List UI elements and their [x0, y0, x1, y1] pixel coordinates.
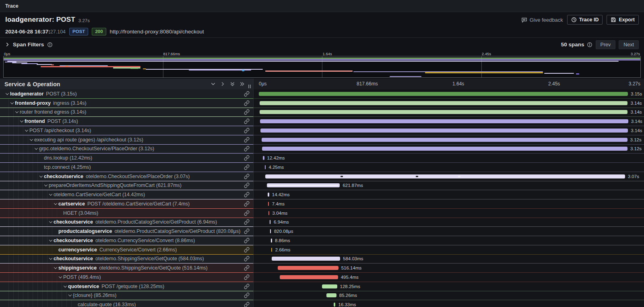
span-name-cell[interactable]: quoteservice POST /getquote (128.25ms)	[0, 282, 254, 291]
span-name-cell[interactable]: loadgenerator POST (3.15s)	[0, 89, 254, 99]
span-link-icon[interactable]	[244, 137, 250, 143]
row-collapse-chevron[interactable]	[38, 175, 44, 178]
span-timeline-cell[interactable]: 128.25ms	[254, 282, 644, 291]
span-name-cell[interactable]: frontend-proxy ingress (3.14s)	[0, 99, 254, 108]
span-row[interactable]: tcp.connect (4.25ms) 4.25ms	[0, 163, 644, 172]
span-link-icon[interactable]	[244, 274, 250, 280]
row-collapse-chevron[interactable]	[52, 267, 58, 269]
span-bar[interactable]	[280, 275, 338, 279]
span-bar[interactable]	[262, 138, 627, 142]
span-row[interactable]: checkoutservice oteldemo.ProductCatalogS…	[0, 218, 644, 227]
span-bar[interactable]	[272, 257, 340, 261]
span-name-cell[interactable]: dns.lookup (12.42ms)	[0, 154, 254, 163]
span-timeline-cell[interactable]: 6.94ms	[254, 218, 644, 227]
span-name-cell[interactable]: prepareOrderItemsAndShippingQuoteFromCar…	[0, 181, 254, 191]
row-collapse-chevron[interactable]	[67, 294, 73, 297]
row-collapse-chevron[interactable]	[47, 257, 54, 260]
span-row[interactable]: quoteservice POST /getquote (128.25ms) 1…	[0, 282, 644, 291]
span-name-cell[interactable]: frontend POST (3.14s)	[0, 117, 254, 126]
span-timeline-cell[interactable]: 85.26ms	[254, 291, 644, 301]
span-timeline-cell[interactable]: 3.14s	[254, 108, 644, 117]
collapse-all-icon[interactable]	[229, 81, 235, 87]
span-name-cell[interactable]: POST /api/checkout (3.14s)	[0, 126, 254, 135]
span-timeline-cell[interactable]: 3.07s	[254, 172, 644, 181]
span-row[interactable]: cartservice POST /oteldemo.CartService/G…	[0, 199, 644, 209]
span-row[interactable]: router frontend egress (3.14s) 3.14s	[0, 108, 644, 117]
span-bar[interactable]	[322, 284, 337, 288]
span-timeline-cell[interactable]: 16.33ms	[254, 300, 644, 307]
span-link-icon[interactable]	[244, 164, 250, 170]
span-bar[interactable]	[326, 293, 336, 297]
span-timeline-cell[interactable]: 3.14s	[254, 99, 644, 108]
span-bar[interactable]	[262, 147, 627, 151]
span-row[interactable]: grpc.oteldemo.CheckoutService/PlaceOrder…	[0, 145, 644, 154]
span-bar[interactable]	[278, 266, 338, 270]
row-collapse-chevron[interactable]	[52, 203, 58, 205]
row-collapse-chevron[interactable]	[47, 239, 54, 242]
span-link-icon[interactable]	[244, 247, 250, 253]
row-collapse-chevron[interactable]	[57, 276, 63, 278]
span-link-icon[interactable]	[244, 284, 250, 289]
span-name-cell[interactable]: checkoutservice oteldemo.CheckoutService…	[0, 172, 254, 181]
row-collapse-chevron[interactable]	[19, 120, 25, 122]
span-link-icon[interactable]	[244, 183, 250, 188]
span-row[interactable]: POST (495.4ms) 495.4ms	[0, 273, 644, 282]
span-bar[interactable]	[268, 211, 269, 215]
span-row[interactable]: prepareOrderItemsAndShippingQuoteFromCar…	[0, 181, 644, 191]
span-name-cell[interactable]: executing api route (pages) /api/checkou…	[0, 135, 254, 145]
span-timeline-cell[interactable]: 495.4ms	[254, 273, 644, 282]
span-row[interactable]: productcatalogservice oteldemo.ProductCa…	[0, 227, 644, 236]
column-resize-handle[interactable]	[248, 85, 251, 88]
span-row[interactable]: shippingservice oteldemo.ShippingService…	[0, 263, 644, 273]
span-timeline-cell[interactable]: 12.42ms	[254, 154, 644, 163]
span-timeline-cell[interactable]: 3.14s	[254, 117, 644, 126]
span-timeline-cell[interactable]: 516.14ms	[254, 263, 644, 273]
span-row[interactable]: calculate-quote (16.33ms) 16.33ms	[0, 300, 644, 307]
span-row[interactable]: currencyservice CurrencyService/Convert …	[0, 245, 644, 255]
span-link-icon[interactable]	[244, 91, 250, 97]
span-link-icon[interactable]	[244, 192, 250, 197]
span-timeline-cell[interactable]: 8.86ms	[254, 236, 644, 245]
prev-span-button[interactable]: Prev	[596, 40, 616, 49]
span-name-cell[interactable]: HGET (3.04ms)	[0, 209, 254, 218]
span-row[interactable]: loadgenerator POST (3.15s) 3.15s	[0, 89, 644, 99]
span-link-icon[interactable]	[244, 256, 250, 261]
span-timeline-cell[interactable]: 14.42ms	[254, 190, 644, 199]
span-name-cell[interactable]: router frontend egress (3.14s)	[0, 108, 254, 117]
span-link-icon[interactable]	[244, 128, 250, 133]
span-bar[interactable]	[268, 193, 269, 197]
row-collapse-chevron[interactable]	[28, 139, 34, 141]
span-timeline-cell[interactable]: 4.25ms	[254, 163, 644, 172]
span-timeline-cell[interactable]: 3.12s	[254, 145, 644, 154]
span-bar[interactable]	[268, 202, 269, 206]
span-timeline-cell[interactable]: 621.87ms	[254, 181, 644, 191]
collapse-one-icon[interactable]	[210, 81, 216, 87]
span-row[interactable]: HGET (3.04ms) 3.04ms	[0, 209, 644, 218]
span-row[interactable]: checkoutservice oteldemo.CheckoutService…	[0, 172, 644, 181]
span-link-icon[interactable]	[244, 100, 250, 106]
span-link-icon[interactable]	[244, 146, 250, 151]
span-row[interactable]: executing api route (pages) /api/checkou…	[0, 135, 644, 145]
span-link-icon[interactable]	[244, 292, 250, 298]
span-name-cell[interactable]: currencyservice CurrencyService/Convert …	[0, 245, 254, 255]
span-link-icon[interactable]	[244, 219, 250, 225]
span-name-cell[interactable]: oteldemo.CartService/GetCart (14.42ms)	[0, 190, 254, 199]
row-collapse-chevron[interactable]	[23, 129, 29, 132]
span-timeline-cell[interactable]: 3.12s	[254, 135, 644, 145]
span-bar[interactable]	[267, 183, 340, 187]
span-timeline-cell[interactable]: 584.03ms	[254, 255, 644, 264]
span-filters-toggle[interactable]: Span Filters	[5, 41, 53, 48]
info-icon[interactable]	[47, 42, 53, 48]
trace-id-button[interactable]: Trace ID	[567, 15, 603, 25]
span-row[interactable]: frontend-proxy ingress (3.14s) 3.14s	[0, 99, 644, 108]
row-collapse-chevron[interactable]	[33, 147, 39, 150]
span-bar[interactable]	[271, 248, 272, 252]
span-name-cell[interactable]: calculate-quote (16.33ms)	[0, 300, 254, 307]
row-collapse-chevron[interactable]	[9, 102, 15, 104]
row-collapse-chevron[interactable]	[47, 193, 54, 196]
span-row[interactable]: checkoutservice oteldemo.CurrencyService…	[0, 236, 644, 245]
span-bar[interactable]	[270, 220, 270, 224]
span-name-cell[interactable]: grpc.oteldemo.CheckoutService/PlaceOrder…	[0, 145, 254, 154]
span-name-cell[interactable]: checkoutservice oteldemo.ProductCatalogS…	[0, 218, 254, 227]
span-name-cell[interactable]: tcp.connect (4.25ms)	[0, 163, 254, 172]
